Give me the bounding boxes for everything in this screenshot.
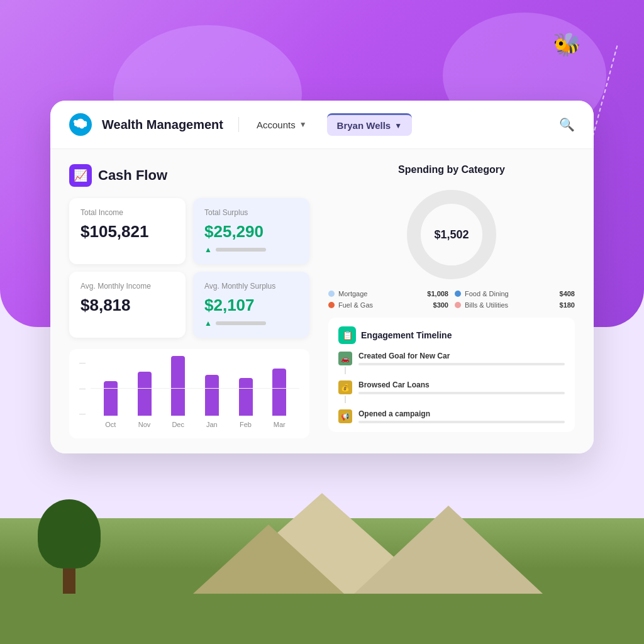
- bar-chart-area: — — — OctNovDecJanFebMar: [69, 349, 309, 438]
- legend-dot-bills: [455, 302, 461, 308]
- legend-amount-mortgage: $1,008: [427, 290, 448, 297]
- timeline-item-1: 🚗 Created Goal for New Car: [338, 352, 565, 374]
- total-surplus-card: Total Surplus $25,290 ▲: [193, 198, 309, 264]
- total-surplus-trend: ▲: [204, 245, 298, 254]
- total-surplus-label: Total Surplus: [204, 208, 298, 217]
- bar-group-dec: Dec: [164, 356, 192, 428]
- legend-amount-food: $408: [560, 290, 575, 297]
- donut-total: $1,502: [434, 228, 469, 242]
- legend-label-food: Food & Dining: [465, 290, 509, 297]
- avg-monthly-label: Avg. Monthly Income: [80, 282, 174, 291]
- user-chevron-icon: ▼: [394, 121, 402, 130]
- timeline-bar-1: [358, 363, 565, 365]
- search-button[interactable]: 🔍: [559, 117, 575, 132]
- bar-dec: [171, 356, 185, 416]
- legend-amount-fuel: $300: [433, 301, 448, 309]
- avg-monthly-card: Avg. Monthly Income $8,818: [69, 272, 186, 338]
- bar-feb: [239, 378, 253, 416]
- engagement-header: 📋 Engagement Timeline: [338, 326, 565, 344]
- avg-surplus-trend: ▲: [204, 319, 298, 328]
- right-panel: Spending by Category $1,502: [322, 164, 575, 438]
- metrics-grid: Total Income $105,821 Total Surplus $25,…: [69, 198, 309, 338]
- timeline-content-2: Browsed Car Loans: [358, 380, 565, 394]
- timeline-text-1: Created Goal for New Car: [358, 352, 565, 360]
- spending-title: Spending by Category: [328, 164, 575, 175]
- mountain2: [354, 506, 543, 594]
- salesforce-icon: [74, 118, 87, 131]
- timeline-text-2: Browsed Car Loans: [358, 380, 565, 389]
- timeline-icon-wrap-1: 🚗: [338, 352, 352, 374]
- timeline-line-1: [345, 367, 346, 374]
- user-dropdown[interactable]: Bryan Wells ▼: [327, 113, 412, 136]
- timeline-bar-3: [358, 421, 565, 423]
- content-area: 📈 Cash Flow Total Income $105,821 Total …: [50, 149, 594, 453]
- main-card: Wealth Management Accounts ▼ Bryan Wells…: [50, 101, 594, 453]
- trend-bar2: [216, 321, 266, 325]
- bar-nov: [138, 372, 152, 416]
- legend-item-bills: Bills & Utilities $180: [455, 301, 575, 309]
- trend-bar: [216, 248, 266, 252]
- avg-surplus-label: Avg. Monthly Surplus: [204, 282, 298, 291]
- navbar: Wealth Management Accounts ▼ Bryan Wells…: [50, 101, 594, 149]
- bg-landscape: [0, 518, 644, 644]
- legend-label-mortgage: Mortgage: [338, 290, 367, 297]
- timeline-item-3: 📢 Opened a campaign: [338, 409, 565, 423]
- trend-up-icon: ▲: [204, 245, 212, 254]
- accounts-dropdown[interactable]: Accounts ▼: [249, 116, 314, 134]
- legend-label-bills: Bills & Utilities: [465, 301, 508, 309]
- app-title: Wealth Management: [102, 118, 223, 132]
- cashflow-title: Cash Flow: [98, 167, 167, 184]
- total-income-label: Total Income: [80, 208, 174, 217]
- bar-group-feb: Feb: [232, 378, 260, 428]
- tree-left: [31, 506, 107, 594]
- legend-item-food: Food & Dining $408: [455, 290, 575, 297]
- cashflow-icon: 📈: [69, 164, 92, 187]
- bar-group-nov: Nov: [131, 372, 158, 428]
- timeline-bar-2: [358, 392, 565, 394]
- donut-container: $1,502 Mortgage $1,008 Food & Dining $40…: [328, 184, 575, 309]
- accounts-label: Accounts: [257, 119, 296, 130]
- bar-chart: OctNovDecJanFebMar: [91, 359, 299, 428]
- bar-oct: [104, 381, 118, 416]
- bar-group-jan: Jan: [198, 375, 226, 428]
- engagement-section: 📋 Engagement Timeline 🚗 Created Goal for…: [328, 318, 575, 432]
- bar-label-feb: Feb: [240, 421, 252, 428]
- mountain3: [193, 525, 344, 594]
- legend-amount-bills: $180: [560, 301, 575, 309]
- timeline-item-2: 💰 Browsed Car Loans: [338, 380, 565, 403]
- y-label-mid: —: [79, 385, 86, 392]
- timeline-dot-3: 📢: [338, 409, 352, 423]
- legend-dot-fuel: [328, 302, 335, 308]
- bar-label-jan: Jan: [206, 421, 218, 428]
- y-label-top: —: [79, 359, 86, 366]
- bar-mar: [272, 369, 286, 416]
- total-income-value: $105,821: [80, 222, 174, 242]
- legend-dot-food: [455, 291, 461, 297]
- legend-item-fuel: Fuel & Gas $300: [328, 301, 448, 309]
- legend-label-fuel: Fuel & Gas: [338, 301, 373, 309]
- timeline-content-3: Opened a campaign: [358, 409, 565, 423]
- legend-item-mortgage: Mortgage $1,008: [328, 290, 448, 297]
- bar-group-mar: Mar: [265, 369, 293, 428]
- bar-jan: [205, 375, 219, 416]
- total-surplus-value: $25,290: [204, 222, 298, 242]
- engagement-icon: 📋: [338, 326, 356, 344]
- timeline: 🚗 Created Goal for New Car 💰: [338, 352, 565, 423]
- trend-up-icon2: ▲: [204, 319, 212, 328]
- timeline-icon-wrap-3: 📢: [338, 409, 352, 423]
- timeline-dot-1: 🚗: [338, 352, 352, 365]
- spending-legend: Mortgage $1,008 Food & Dining $408 Fuel …: [328, 290, 575, 309]
- nav-divider: [238, 117, 239, 132]
- y-label-bot: —: [79, 410, 86, 417]
- bar-label-mar: Mar: [274, 421, 286, 428]
- avg-surplus-card: Avg. Monthly Surplus $2,107 ▲: [193, 272, 309, 338]
- timeline-content-1: Created Goal for New Car: [358, 352, 565, 365]
- avg-surplus-value: $2,107: [204, 296, 298, 315]
- avg-monthly-value: $8,818: [80, 296, 174, 315]
- bar-label-nov: Nov: [138, 421, 151, 428]
- cashflow-header: 📈 Cash Flow: [69, 164, 309, 187]
- engagement-title: Engagement Timeline: [361, 330, 452, 340]
- bar-label-dec: Dec: [172, 421, 184, 428]
- bee-icon: 🐝: [553, 31, 581, 58]
- legend-dot-mortgage: [328, 291, 335, 297]
